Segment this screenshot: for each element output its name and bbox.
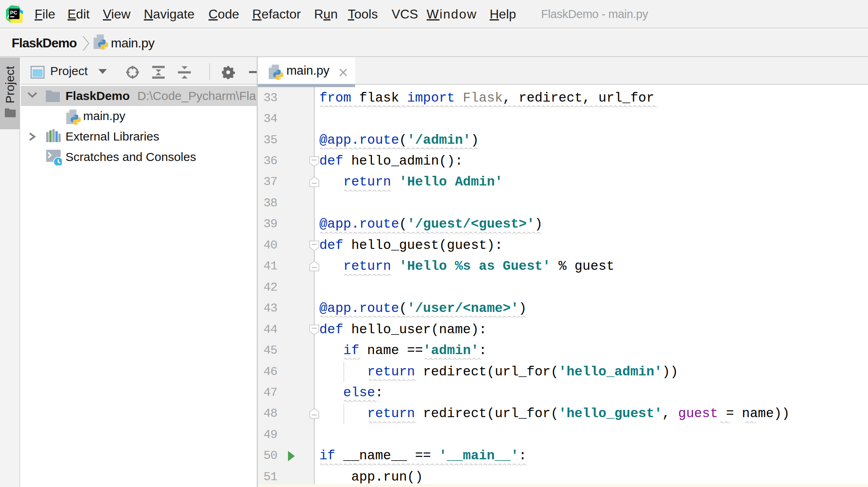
svg-text:PC: PC xyxy=(10,10,18,16)
